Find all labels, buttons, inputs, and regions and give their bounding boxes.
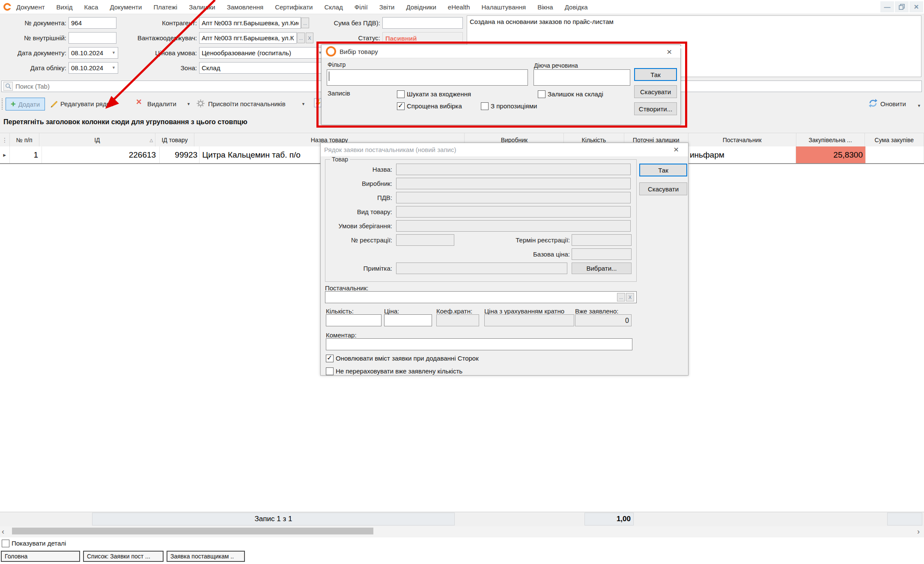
delete-button[interactable]: Видалити bbox=[147, 98, 176, 110]
supplier-browse-button[interactable]: ... bbox=[617, 293, 625, 301]
price-condition-combo[interactable]: Ценообразование (госпиталь) ▼ bbox=[199, 47, 325, 59]
checkbox-label: Показувати деталі bbox=[12, 540, 66, 547]
menu-item-documents[interactable]: Документи bbox=[110, 3, 142, 11]
menu-item-certificates[interactable]: Сертифікати bbox=[275, 3, 313, 11]
product-name-field[interactable] bbox=[396, 164, 631, 175]
checkbox-no-recalc[interactable]: Не перераховувати вже заявлену кількість bbox=[326, 367, 462, 375]
menu-item-orders[interactable]: Замовлення bbox=[227, 3, 263, 11]
price-input[interactable] bbox=[384, 314, 432, 326]
supplier-row-dialog-titlebar[interactable]: Рядок заявки постачальникам (новий запис… bbox=[321, 143, 688, 156]
close-button[interactable]: × bbox=[909, 1, 923, 12]
checkbox-stock-in-warehouse[interactable]: Залишок на складі bbox=[538, 90, 603, 98]
restore-button[interactable] bbox=[895, 1, 909, 12]
checkbox-update-request[interactable]: Оновлювати вміст заявки при додаванні Ст… bbox=[326, 355, 479, 362]
checkbox-box bbox=[326, 355, 334, 362]
scrollbar-thumb[interactable] bbox=[12, 528, 373, 534]
assign-dropdown-icon[interactable]: ▼ bbox=[301, 102, 305, 106]
product-select-titlebar[interactable]: Вибір товару bbox=[322, 45, 680, 58]
contractor-input[interactable] bbox=[199, 17, 301, 29]
doc-date-combo[interactable]: 08.10.2024 ▼ bbox=[69, 47, 118, 59]
doc-number-input[interactable] bbox=[69, 17, 116, 29]
cell-purchase-price[interactable]: 25,8300 bbox=[796, 146, 866, 163]
note-field[interactable] bbox=[396, 263, 567, 274]
menu-item-warehouse[interactable]: Склад bbox=[324, 3, 343, 11]
menu-item-document[interactable]: Документ bbox=[16, 3, 45, 11]
menu-item-payments[interactable]: Платежі bbox=[153, 3, 177, 11]
scroll-left-icon[interactable]: ‹ bbox=[2, 527, 4, 536]
toolbar-grip[interactable] bbox=[2, 98, 3, 110]
product-kind-field[interactable] bbox=[396, 206, 631, 218]
menu-item-windows[interactable]: Вікна bbox=[537, 3, 553, 11]
add-button[interactable]: + Додати bbox=[6, 98, 45, 110]
base-price-field[interactable] bbox=[572, 248, 632, 260]
menu-item-help[interactable]: Довідка bbox=[565, 3, 588, 11]
tab-home[interactable]: Головна bbox=[1, 551, 80, 562]
manufacturer-field[interactable] bbox=[396, 178, 631, 189]
text-caret bbox=[329, 72, 329, 81]
scroll-right-icon[interactable]: › bbox=[917, 527, 920, 536]
zone-input[interactable] bbox=[199, 62, 325, 74]
internal-number-input[interactable] bbox=[69, 32, 116, 44]
column-header-supplier[interactable]: Постачальник bbox=[689, 133, 796, 147]
menu-item-directories[interactable]: Довідники bbox=[406, 3, 436, 11]
storage-field[interactable] bbox=[396, 220, 631, 232]
filter-input[interactable] bbox=[327, 69, 528, 86]
close-icon[interactable]: × bbox=[674, 145, 679, 154]
cancel-button[interactable]: Скасувати bbox=[634, 85, 677, 98]
ok-button[interactable]: Так bbox=[639, 164, 687, 176]
group-by-hint: Перетягніть заголовок колонки сюди для у… bbox=[3, 118, 247, 126]
quantity-input[interactable] bbox=[326, 314, 382, 326]
tab-supplier-request[interactable]: Заявка поставщикам .. bbox=[167, 551, 245, 562]
column-header-purchase-sum[interactable]: Сума закупіве bbox=[865, 133, 924, 147]
delete-dropdown-icon[interactable]: ▼ bbox=[187, 102, 191, 106]
menu-item-stock[interactable]: Залишки bbox=[189, 3, 215, 11]
ok-button[interactable]: Так bbox=[634, 68, 677, 81]
column-header-id[interactable]: ІД △ bbox=[39, 133, 156, 147]
consignee-browse-button[interactable]: ... bbox=[297, 33, 305, 43]
account-date-combo[interactable]: 08.10.2024 ▼ bbox=[69, 62, 118, 74]
vat-field[interactable] bbox=[396, 192, 631, 203]
sum-input[interactable] bbox=[382, 17, 463, 29]
checkbox-simplified-selection[interactable]: Спрощена вибірка bbox=[397, 102, 462, 110]
cell-id[interactable]: 226613 bbox=[42, 146, 160, 163]
quantity-label: Кількість: bbox=[326, 307, 354, 315]
restore-icon bbox=[899, 4, 905, 10]
edit-row-button[interactable]: Редагувати рядок bbox=[60, 98, 113, 110]
refresh-dropdown-icon[interactable]: ▼ bbox=[917, 104, 921, 108]
create-button[interactable]: Створити... bbox=[634, 102, 677, 115]
assign-suppliers-button[interactable]: Присвоїти постачальників bbox=[208, 98, 286, 110]
tab-supplier-requests-list[interactable]: Список: Заявки пост ... bbox=[83, 551, 164, 562]
supplier-clear-button[interactable]: X bbox=[626, 293, 634, 301]
comment-input[interactable] bbox=[326, 338, 632, 350]
cell-num[interactable]: 1 bbox=[10, 146, 42, 163]
cell-purchase-sum[interactable] bbox=[866, 146, 924, 163]
cell-supplier[interactable]: иньфарм bbox=[688, 146, 796, 163]
column-header-purchase-price[interactable]: Закупівельна ... bbox=[796, 133, 865, 147]
menu-item-ehealth[interactable]: eHealth bbox=[448, 3, 470, 11]
supplier-field[interactable] bbox=[325, 291, 637, 303]
checkbox-with-offers[interactable]: З пропозиціями bbox=[481, 102, 537, 110]
menu-item-reports[interactable]: Звіти bbox=[379, 3, 395, 11]
refresh-button[interactable]: Оновити bbox=[880, 98, 906, 110]
registration-field[interactable] bbox=[396, 234, 454, 246]
menu-item-branches[interactable]: Філії bbox=[355, 3, 368, 11]
menu-item-kasa[interactable]: Каса bbox=[84, 3, 98, 11]
cell-product-id[interactable]: 99923 bbox=[160, 146, 200, 163]
product-name-label: Назва: bbox=[326, 164, 392, 175]
registration-term-field[interactable] bbox=[572, 234, 632, 246]
column-header-product-id[interactable]: ІД товару bbox=[155, 133, 194, 147]
choose-button[interactable]: Вибрати... bbox=[572, 263, 632, 274]
substance-input[interactable] bbox=[534, 69, 630, 86]
pencil-icon bbox=[50, 100, 58, 108]
menu-item-settings[interactable]: Налаштування bbox=[482, 3, 526, 11]
consignee-input[interactable] bbox=[199, 32, 297, 44]
cancel-button[interactable]: Скасувати bbox=[639, 182, 687, 195]
minimize-button[interactable]: — bbox=[880, 1, 894, 12]
menu-item-exit[interactable]: Вихід bbox=[57, 3, 73, 11]
contractor-browse-button[interactable]: ... bbox=[301, 18, 309, 28]
consignee-clear-button[interactable]: X bbox=[306, 33, 313, 43]
column-header-num[interactable]: № п/п bbox=[10, 133, 39, 147]
close-icon[interactable]: × bbox=[667, 47, 672, 56]
checkbox-show-details[interactable]: Показувати деталі bbox=[2, 540, 66, 547]
checkbox-search-by-entry[interactable]: Шукати за входження bbox=[397, 90, 471, 98]
